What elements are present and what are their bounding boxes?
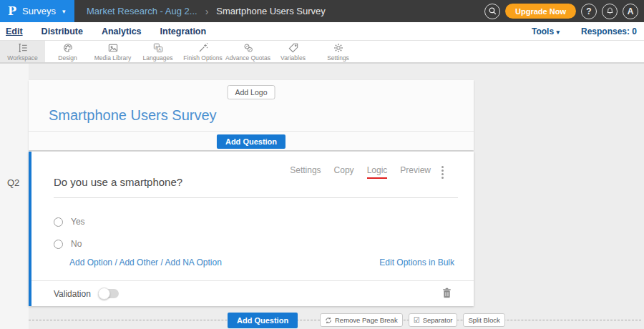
breadcrumb: Market Research - Aug 2... › Smartphone … — [87, 6, 326, 17]
toolbar-item-design[interactable]: Design — [45, 41, 90, 62]
validation-label: Validation — [54, 289, 91, 299]
validation-toggle[interactable] — [99, 289, 119, 298]
product-name: Surveys — [22, 6, 56, 16]
add-logo-button[interactable]: Add Logo — [228, 85, 275, 99]
toolbar-item-workspace[interactable]: Workspace — [0, 41, 45, 62]
page-break-tools: Remove Page Break ☑ Separator Split Bloc… — [320, 313, 505, 327]
toolbar-item-label: Workspace — [7, 54, 37, 62]
workspace-icon — [17, 42, 29, 54]
nav-right-group: Tools ▾ Responses: 0 — [532, 26, 644, 36]
answer-option-label[interactable]: No — [71, 239, 82, 249]
tab-analytics[interactable]: Analytics — [102, 26, 142, 36]
toolbar-item-label: Design — [58, 54, 77, 62]
editor-toolbar: Workspace Design Media Library aA Langua… — [0, 41, 644, 64]
question-mark-icon: ? — [586, 6, 591, 16]
chevron-down-icon: ▾ — [62, 8, 66, 15]
split-block-button[interactable]: Split Block — [463, 313, 504, 327]
option-links: Add Option / Add Other / Add NA Option — [69, 257, 222, 267]
toolbar-item-label: Languages — [142, 54, 172, 62]
toolbar-item-label: Advance Quotas — [225, 54, 270, 62]
question-card: Settings Copy Logic Preview Do you use a… — [29, 152, 474, 306]
gear-icon — [333, 42, 344, 54]
radio-icon[interactable] — [54, 217, 63, 227]
search-icon — [488, 6, 497, 16]
checkbox-checked-icon: ☑ — [414, 317, 420, 324]
account-avatar[interactable]: A — [623, 4, 638, 19]
questionpro-logo-icon: P — [8, 4, 16, 18]
add-na-option-link[interactable]: Add NA Option — [165, 257, 221, 267]
link-separator: / — [114, 257, 117, 267]
tab-distribute[interactable]: Distribute — [42, 26, 83, 36]
link-separator: / — [160, 257, 162, 267]
header-divider — [29, 131, 474, 132]
toolbar-item-label: Settings — [327, 54, 349, 62]
svg-text:A: A — [158, 47, 161, 51]
trash-icon — [442, 288, 452, 298]
toolbar-item-label: Media Library — [94, 54, 132, 62]
remove-page-break-button[interactable]: Remove Page Break — [320, 313, 403, 327]
edit-options-in-bulk-link[interactable]: Edit Options in Bulk — [379, 257, 454, 267]
toolbar-item-variables[interactable]: Variables — [270, 41, 316, 62]
add-option-link[interactable]: Add Option — [69, 257, 112, 267]
validation-row: Validation — [31, 280, 474, 306]
breadcrumb-parent-link[interactable]: Market Research - Aug 2... — [87, 6, 197, 16]
question-text-input[interactable]: Do you use a smartphone? — [54, 176, 458, 198]
magic-wand-icon — [197, 42, 209, 54]
linked-circles-icon — [243, 42, 254, 54]
image-icon — [107, 42, 119, 54]
toolbar-item-settings[interactable]: Settings — [316, 41, 361, 62]
question-code: Q2 — [7, 177, 19, 188]
toolbar-item-finish-options[interactable]: Finish Options — [180, 41, 225, 62]
tools-menu[interactable]: Tools ▾ — [532, 26, 560, 36]
bell-icon — [605, 6, 615, 16]
answer-option-label[interactable]: Yes — [71, 217, 85, 227]
help-button[interactable]: ? — [581, 4, 597, 19]
notifications-button[interactable] — [602, 4, 618, 19]
app-window: P Surveys ▾ Market Research - Aug 2... ›… — [0, 0, 644, 329]
radio-icon[interactable] — [54, 240, 63, 249]
tab-edit[interactable]: Edit — [6, 26, 23, 36]
breadcrumb-current: Smartphone Users Survey — [216, 6, 325, 16]
tag-icon — [288, 42, 299, 54]
answer-option-row[interactable]: No — [54, 239, 82, 249]
delete-question-button[interactable] — [442, 288, 452, 300]
toolbar-item-languages[interactable]: aA Languages — [135, 41, 180, 62]
add-question-button-top[interactable]: Add Question — [217, 134, 286, 149]
palette-icon — [62, 42, 74, 54]
topbar-actions: Upgrade Now ? A — [484, 4, 644, 19]
avatar-initial: A — [628, 6, 634, 16]
separator-button[interactable]: ☑ Separator — [409, 313, 458, 327]
section-nav: Edit Distribute Analytics Integration To… — [0, 22, 644, 41]
upgrade-now-button[interactable]: Upgrade Now — [505, 4, 576, 19]
toolbar-item-advance-quotas[interactable]: Advance Quotas — [225, 41, 270, 62]
search-button[interactable] — [484, 4, 500, 19]
product-switcher[interactable]: P Surveys ▾ — [0, 0, 74, 22]
breadcrumb-chevron-icon: › — [205, 6, 209, 17]
survey-header-card: Add Logo Smartphone Users Survey Add Que… — [29, 80, 474, 150]
toolbar-item-label: Finish Options — [183, 54, 222, 62]
survey-title[interactable]: Smartphone Users Survey — [49, 107, 217, 124]
toggle-knob — [98, 288, 110, 300]
responses-count[interactable]: Responses: 0 — [581, 26, 637, 36]
toolbar-item-label: Variables — [280, 54, 306, 62]
add-question-button-bottom[interactable]: Add Question — [228, 313, 298, 328]
refresh-icon — [325, 317, 332, 324]
chevron-down-icon: ▾ — [556, 29, 560, 36]
top-navbar: P Surveys ▾ Market Research - Aug 2... ›… — [0, 0, 644, 22]
answer-option-row[interactable]: Yes — [54, 217, 85, 227]
question-code-gutter — [0, 64, 29, 329]
toolbar-item-media-library[interactable]: Media Library — [90, 41, 135, 62]
add-other-link[interactable]: Add Other — [119, 257, 158, 267]
translate-icon: aA — [152, 42, 164, 54]
tab-integration[interactable]: Integration — [160, 26, 207, 36]
